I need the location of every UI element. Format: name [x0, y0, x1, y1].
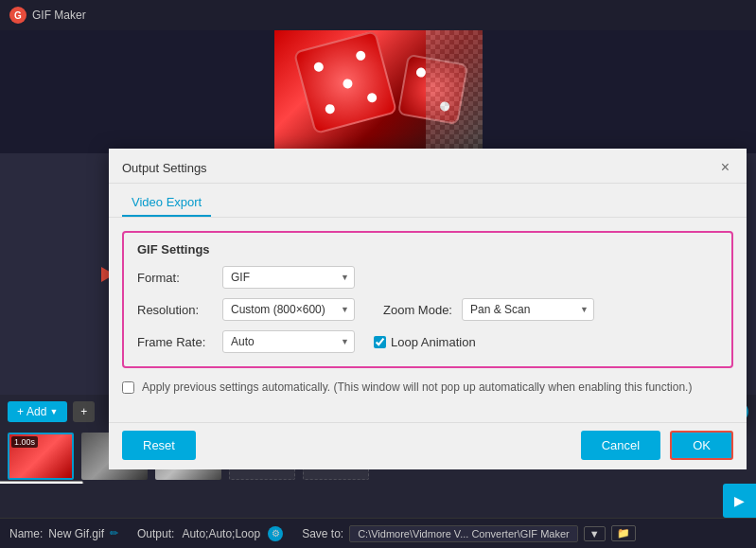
- output-value: Auto;Auto;Loop: [182, 527, 260, 540]
- resolution-select[interactable]: Custom (800×600): [222, 298, 355, 321]
- framerate-select[interactable]: Auto: [222, 330, 355, 353]
- dot: [342, 78, 353, 89]
- framerate-label: Frame Rate:: [137, 335, 213, 349]
- modal-header: Output Settings ×: [109, 149, 747, 184]
- ok-button[interactable]: OK: [670, 431, 733, 460]
- modal-close-button[interactable]: ×: [717, 158, 733, 177]
- format-select-wrapper: GIF: [222, 266, 355, 289]
- add-frame-button[interactable]: +: [73, 401, 95, 422]
- status-name-section: Name: New Gif.gif ✏: [9, 527, 118, 540]
- gif-settings-group: GIF Settings Format: GIF Resolution:: [122, 231, 733, 368]
- browse-button[interactable]: 📁: [611, 525, 636, 541]
- main-area: Output Settings × Video Export GIF Setti…: [0, 30, 756, 548]
- auto-apply-text: Apply previous settings automatically. (…: [142, 380, 692, 396]
- convert-button[interactable]: ▶: [723, 484, 756, 518]
- dot: [355, 50, 366, 62]
- modal-footer: Reset Cancel OK: [109, 422, 747, 469]
- format-label: Format:: [137, 271, 213, 285]
- edit-icon[interactable]: ✏: [110, 527, 118, 539]
- folder-dropdown-button[interactable]: ▼: [584, 526, 606, 541]
- add-icon: +: [17, 405, 24, 418]
- title-bar: G GIF Maker: [0, 0, 756, 30]
- status-bar: Name: New Gif.gif ✏ Output: Auto;Auto;Lo…: [0, 518, 756, 548]
- zoom-select-wrapper: Pan & Scan: [462, 298, 594, 321]
- tab-video-export[interactable]: Video Export: [122, 189, 211, 217]
- gif-settings-title: GIF Settings: [137, 242, 718, 256]
- change-duration-button[interactable]: Change Duration: [0, 481, 83, 484]
- loop-animation-text: Loop Animation: [391, 335, 476, 349]
- app-title: GIF Maker: [32, 9, 86, 22]
- format-select[interactable]: GIF: [222, 266, 355, 289]
- dot: [415, 67, 427, 79]
- resolution-row: Resolution: Custom (800×600) Zoom Mode: …: [137, 298, 718, 321]
- status-save-section: Save to: C:\Vidmore\Vidmore V... Convert…: [302, 525, 635, 542]
- modal-dialog: Output Settings × Video Export GIF Setti…: [109, 149, 747, 425]
- save-path-input[interactable]: C:\Vidmore\Vidmore V... Converter\GIF Ma…: [349, 525, 578, 542]
- app-icon: G: [9, 7, 26, 24]
- loop-animation-label[interactable]: Loop Animation: [374, 335, 476, 349]
- dot: [366, 92, 378, 103]
- status-output-section: Output: Auto;Auto;Loop ⚙: [137, 526, 283, 541]
- dot: [324, 103, 335, 115]
- timeline-item-0: 1.00s Change Duration: [8, 433, 74, 480]
- framerate-row: Frame Rate: Auto Loop Animation: [137, 330, 718, 353]
- modal-title: Output Settings: [122, 161, 207, 175]
- auto-apply-checkbox[interactable]: [122, 381, 134, 394]
- modal-body: GIF Settings Format: GIF Resolution:: [109, 218, 747, 422]
- resolution-select-wrapper: Custom (800×600): [222, 298, 355, 321]
- modal-tabs: Video Export: [109, 184, 747, 218]
- zoom-mode-select[interactable]: Pan & Scan: [462, 298, 594, 321]
- cancel-button[interactable]: Cancel: [581, 431, 660, 460]
- preview-image: [274, 30, 483, 153]
- thumb-0[interactable]: 1.00s: [8, 433, 74, 480]
- name-value: New Gif.gif: [48, 527, 104, 540]
- dice-large: [292, 30, 396, 134]
- dot: [312, 62, 324, 73]
- format-row: Format: GIF: [137, 266, 718, 289]
- zoom-mode-label: Zoom Mode:: [383, 303, 452, 317]
- framerate-select-wrapper: Auto: [222, 330, 355, 353]
- output-settings-icon[interactable]: ⚙: [268, 526, 283, 541]
- resolution-label: Resolution:: [137, 303, 213, 317]
- loop-animation-checkbox[interactable]: [374, 336, 386, 348]
- auto-apply-row: Apply previous settings automatically. (…: [122, 380, 733, 396]
- output-label: Output:: [137, 527, 174, 540]
- thumb-duration-0: 1.00s: [11, 436, 38, 448]
- reset-button[interactable]: Reset: [122, 431, 196, 460]
- add-button[interactable]: + Add ▼: [8, 401, 67, 422]
- save-label: Save to:: [302, 527, 343, 540]
- name-label: Name:: [9, 527, 43, 540]
- preview-area: [0, 30, 756, 153]
- add-dropdown-icon: ▼: [49, 407, 58, 416]
- checker-bg: [426, 30, 483, 153]
